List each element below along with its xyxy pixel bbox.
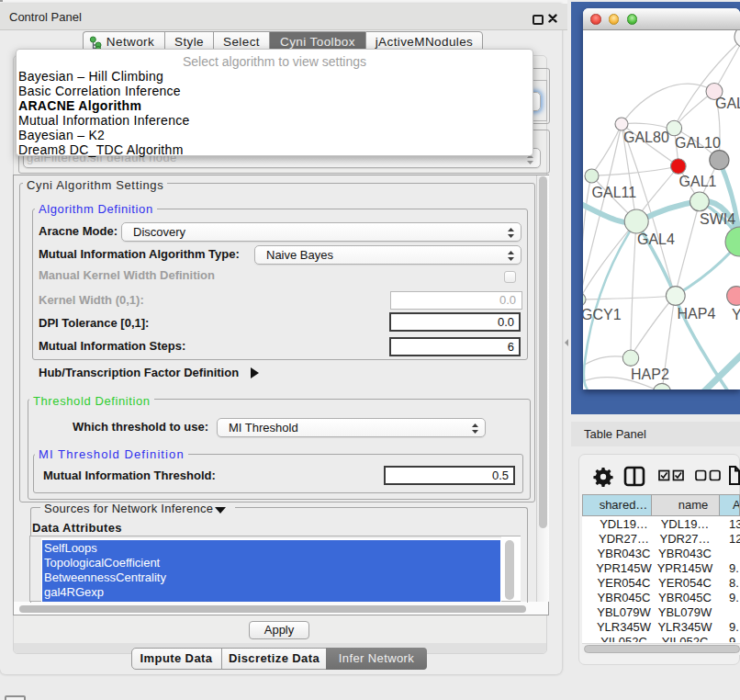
svg-text:HAP4: HAP4 [678,306,716,322]
svg-text:GAL1: GAL1 [679,174,717,189]
svg-text:GAL11: GAL11 [592,185,637,200]
svg-text:GCY1: GCY1 [583,307,622,322]
svg-text:GAL80: GAL80 [623,130,669,145]
svg-text:GAL4: GAL4 [637,231,675,247]
svg-text:GAL7: GAL7 [715,96,740,111]
svg-text:GAL10: GAL10 [675,135,721,151]
svg-text:Y: Y [732,307,740,322]
svg-text:HAP2: HAP2 [631,367,669,382]
svg-text:SWI4: SWI4 [700,211,735,227]
